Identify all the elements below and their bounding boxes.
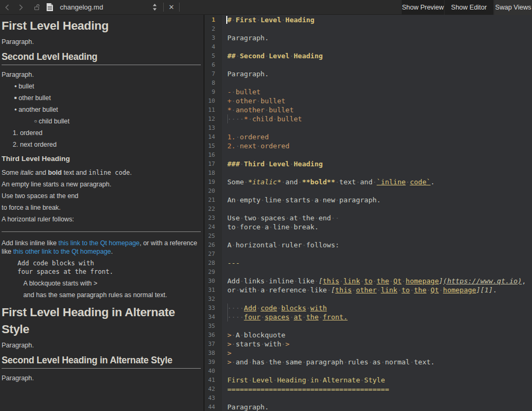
- chevron-right-icon: [19, 4, 23, 11]
- line-number: 37: [205, 339, 222, 349]
- editor-toolbar: changelog.md ✕ Show Preview Show Editor …: [0, 0, 532, 15]
- line-number: 10: [205, 96, 222, 105]
- preview-ordered-item: 2. next ordered: [2, 140, 201, 149]
- editor-line[interactable]: >·A·blockquote: [227, 330, 532, 339]
- editor-line[interactable]: [227, 60, 532, 69]
- line-number: 33: [205, 303, 222, 312]
- forward-button[interactable]: [14, 0, 28, 14]
- line-number: 3: [205, 33, 222, 42]
- editor-line[interactable]: 1.·ordered: [227, 132, 532, 141]
- editor-line[interactable]: [227, 204, 532, 213]
- editor-line[interactable]: >·and·has·the·same·paragraph·rules·as·no…: [227, 358, 532, 367]
- line-number: 7: [205, 69, 222, 78]
- bullet-square-icon: ■: [14, 94, 17, 102]
- preview-paragraph: A horizontal ruler follows:: [2, 215, 201, 224]
- markdown-editor-window: changelog.md ✕ Show Preview Show Editor …: [0, 0, 532, 411]
- lock-button[interactable]: [30, 0, 43, 14]
- line-number: 8: [205, 78, 222, 87]
- editor-line[interactable]: Add·links·inline·like·[this·link·to·the·…: [227, 276, 532, 285]
- editor-line[interactable]: ###·Third·Level·Heading: [227, 159, 532, 168]
- editor-line[interactable]: [227, 150, 532, 159]
- unlock-icon: [33, 4, 40, 11]
- editor-line[interactable]: ##·Second·Level·Heading: [227, 51, 532, 60]
- editor-line[interactable]: Paragraph.: [227, 69, 532, 78]
- line-number-gutter: 1234567891011121314151617181920212223242…: [205, 15, 222, 411]
- line-number: 36: [205, 330, 222, 339]
- back-button[interactable]: [0, 0, 14, 14]
- line-number: 2: [205, 24, 222, 33]
- line-number: 21: [205, 195, 222, 204]
- document-title[interactable]: changelog.md: [60, 3, 149, 11]
- editor-line[interactable]: #·First·Level·Heading: [227, 15, 532, 24]
- editor-line[interactable]: [227, 367, 532, 376]
- line-number: 16: [205, 150, 222, 159]
- editor-line[interactable]: =======================================: [227, 385, 532, 394]
- editor-line[interactable]: 2.·next·ordered: [227, 141, 532, 150]
- line-number: 25: [205, 231, 222, 240]
- line-number: 20: [205, 186, 222, 195]
- editor-line[interactable]: ---: [227, 258, 532, 267]
- line-number: 22: [205, 204, 222, 213]
- preview-code-block: Add code blocks with four spaces at the …: [2, 259, 201, 276]
- editor-line[interactable]: [227, 168, 532, 177]
- preview-blockquote: A blockquote starts with >and has the sa…: [23, 279, 201, 299]
- editor-line[interactable]: [227, 78, 532, 87]
- editor-line[interactable]: First·Level·Heading·in·Alternate·Style: [227, 376, 532, 385]
- line-number: 9: [205, 87, 222, 96]
- show-editor-button[interactable]: Show Editor: [445, 0, 493, 15]
- editor-line[interactable]: A·horizontal·ruler·follows:: [227, 240, 532, 249]
- editor-line[interactable]: ····four·spaces·at·the·front.: [227, 312, 532, 321]
- editor-line[interactable]: or·with·a·reference·like·[this·other·lin…: [227, 285, 532, 294]
- preview-link[interactable]: this link to the Qt homepage: [58, 239, 139, 247]
- bullet-circle-icon: ○: [34, 117, 37, 126]
- editor-line[interactable]: ····Add·code·blocks·with: [227, 303, 532, 312]
- editor-line[interactable]: [227, 294, 532, 303]
- editor-line[interactable]: [227, 249, 532, 258]
- editor-line[interactable]: -·bullet: [227, 87, 532, 96]
- bullet-disc-icon: ●: [14, 82, 17, 91]
- editor-line[interactable]: [227, 42, 532, 51]
- preview-link[interactable]: this other link to the Qt homepage: [13, 248, 111, 255]
- editor-line[interactable]: >·starts·with·>: [227, 339, 532, 349]
- swap-views-button[interactable]: Swap Views: [494, 0, 532, 15]
- editor-line[interactable]: [227, 321, 532, 330]
- line-number: 6: [205, 60, 222, 69]
- line-number: 32: [205, 294, 222, 303]
- toolbar-separator: [163, 3, 164, 12]
- line-number: 44: [205, 403, 222, 411]
- editor-line[interactable]: An·empty·line·starts·a·new·paragraph.: [227, 195, 532, 204]
- editor-line[interactable]: [227, 186, 532, 195]
- preview-paragraph: Use two spaces at the end: [2, 192, 201, 200]
- line-number: 17: [205, 159, 222, 168]
- editor-line[interactable]: [227, 231, 532, 240]
- file-type-icon-wrap: [43, 0, 56, 14]
- close-document-button[interactable]: ✕: [166, 3, 176, 11]
- document-dropdown[interactable]: [149, 0, 161, 14]
- preview-list-item: ○child bullet: [2, 117, 201, 126]
- line-number: 39: [205, 358, 222, 367]
- editor-line[interactable]: Paragraph.: [227, 33, 532, 42]
- preview-ordered-item: 1. ordered: [2, 129, 201, 137]
- editor-line[interactable]: [227, 394, 532, 403]
- bullet-disc-icon: ●: [14, 105, 17, 114]
- editor-line[interactable]: Use·two·spaces·at·the·end··: [227, 213, 532, 222]
- editor-line[interactable]: Paragraph.: [227, 403, 532, 411]
- line-number: 42: [205, 385, 222, 394]
- editor-line[interactable]: Some·*italic*·and·**bold**·text·and·`inl…: [227, 177, 532, 186]
- code-text-area[interactable]: #·First·Level·HeadingParagraph.##·Second…: [222, 15, 532, 411]
- editor-line[interactable]: [227, 24, 532, 33]
- line-number: 24: [205, 222, 222, 231]
- preview-heading: Third Level Heading: [2, 155, 201, 163]
- show-preview-button[interactable]: Show Preview: [402, 0, 444, 15]
- editor-line[interactable]: to·force·a·line·break.: [227, 222, 532, 231]
- editor-line[interactable]: ····*·child·bullet: [227, 114, 532, 123]
- toolbar-separator: [179, 3, 180, 12]
- preview-list-item: ●another bullet: [2, 105, 201, 114]
- editor-line[interactable]: [227, 123, 532, 132]
- editor-line[interactable]: [227, 267, 532, 276]
- line-number: 29: [205, 267, 222, 276]
- editor-line[interactable]: *·another·bullet: [227, 105, 532, 114]
- editor-line[interactable]: >: [227, 349, 532, 358]
- preview-paragraph: An empty line starts a new paragraph.: [2, 180, 201, 189]
- editor-line[interactable]: +·other·bullet: [227, 96, 532, 105]
